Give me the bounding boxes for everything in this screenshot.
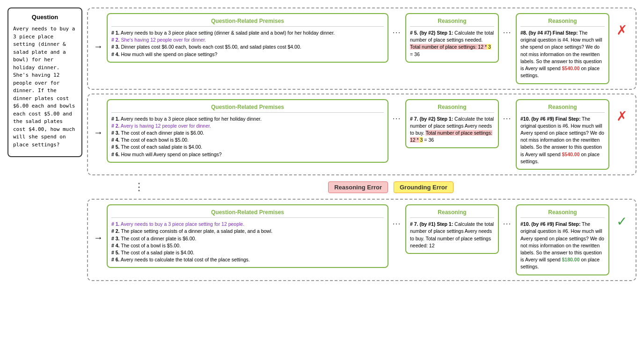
- row2-reasoning1-body: # 7. (by #2) Step 1: Calculate the total…: [410, 116, 494, 144]
- row3-reasoning2-card: Reasoning #10. (by #6 #9) Final Step: Th…: [516, 204, 609, 275]
- row-group-2: → Question-Related Premises # 1. Avery n…: [87, 94, 637, 176]
- row3-premise-2: # 2. The place setting consists of a din…: [111, 228, 384, 235]
- row-group-3: → Question-Related Premises # 1. Avery n…: [87, 199, 637, 281]
- row2-premise-6: # 6. How much will Avery spend on place …: [111, 151, 384, 158]
- row1-premises-text: # 1. Avery needs to buy a 3 piece place …: [111, 29, 384, 58]
- row2-reasoning2-card: Reasoning #10. (by #6 #9) Final Step: Th…: [516, 99, 609, 170]
- row3-reasoning2-title: Reasoning: [520, 209, 605, 218]
- arrow-3: →: [94, 204, 103, 243]
- row2-premises-text: # 1. Avery needs to buy a 3 piece place …: [111, 116, 384, 158]
- x-icon-2: ✗: [616, 108, 627, 124]
- row3-dots2: ⋯: [502, 204, 513, 229]
- row1-reasoning2-card: Reasoning #8. (by #4 #7) Final Step: The…: [516, 13, 609, 84]
- error-labels-container: Reasoning Error Grounding Error: [145, 181, 637, 193]
- row1-reasoning1-title: Reasoning: [410, 18, 494, 27]
- question-text: Avery needs to buy a 3 piece place setti…: [13, 25, 77, 149]
- row3-reasoning1-body: # 7. (by #1) Step 1: Calculate the total…: [410, 221, 494, 249]
- row2-premise-4: # 4. The cost of each bowl is $5.00.: [111, 137, 384, 144]
- row1-premises-card: Question-Related Premises # 1. Avery nee…: [107, 13, 388, 63]
- row3-premises-title: Question-Related Premises: [111, 209, 384, 218]
- row3-premise-1: # 1. Avery needs to buy a 3 piece place …: [111, 221, 384, 228]
- row1-reasoning1-card: Reasoning # 5. (by #2) Step 1: Calculate…: [405, 13, 499, 63]
- row2-reasoning2-body: #10. (by #6 #9) Final Step: The original…: [520, 116, 605, 166]
- row1-reasoning1-body: # 5. (by #2) Step 1: Calculate the total…: [410, 29, 494, 58]
- row2-premise-1: # 1. Avery needs to buy a 3 piece place …: [111, 116, 384, 123]
- row1-sections: Question-Related Premises # 1. Avery nee…: [107, 13, 609, 84]
- row2-reasoning1-card: Reasoning # 7. (by #2) Step 1: Calculate…: [405, 99, 499, 149]
- reasoning-error-label: Reasoning Error: [328, 181, 388, 193]
- row-group-1: → Question-Related Premises # 1. Avery n…: [87, 7, 637, 90]
- row2-reasoning1-title: Reasoning: [410, 104, 494, 113]
- row1-premise-2: # 2. She's having 12 people over for din…: [111, 36, 384, 43]
- row3-reasoning2-body: #10. (by #6 #9) Final Step: The original…: [520, 221, 605, 271]
- middle-dots-row: ⋮ Reasoning Error Grounding Error: [87, 179, 637, 195]
- row3-reasoning1-card: Reasoning # 7. (by #1) Step 1: Calculate…: [405, 204, 499, 254]
- row1-premise-3: # 3. Dinner plates cost $6.00 each, bowl…: [111, 43, 384, 51]
- row2-premises-card: Question-Related Premises # 1. Avery nee…: [107, 99, 388, 163]
- vertical-dots: ⋮: [134, 180, 145, 194]
- row3-premise-4: # 4. The cost of a bowl is $5.00.: [111, 242, 384, 249]
- row1-premises-title: Question-Related Premises: [111, 18, 384, 27]
- row3-premises-card: Question-Related Premises # 1. Avery nee…: [107, 204, 388, 268]
- right-section: → Question-Related Premises # 1. Avery n…: [87, 7, 637, 281]
- row3-sections: Question-Related Premises # 1. Avery nee…: [107, 204, 609, 275]
- row1-reasoning2-title: Reasoning: [520, 18, 605, 27]
- arrow-2: →: [94, 99, 103, 138]
- x-icon-1: ✗: [616, 22, 627, 38]
- row2-premise-3: # 3. The cost of each dinner plate is $6…: [111, 130, 384, 137]
- row3-premise-5: # 5. The cost of a salad plate is $4.00.: [111, 249, 384, 256]
- arrow-1: →: [94, 13, 103, 52]
- row1-dots: ⋯: [391, 13, 402, 37]
- question-title: Question: [13, 13, 77, 22]
- row3-dots: ⋯: [391, 204, 402, 229]
- question-box: Question Avery needs to buy a 3 piece pl…: [7, 7, 82, 157]
- row2-sections: Question-Related Premises # 1. Avery nee…: [107, 99, 609, 170]
- row2-premise-2: # 2. Avery is having 12 people over for …: [111, 123, 384, 130]
- row3-premise-6: # 6. Avery needs to calculate the total …: [111, 256, 384, 263]
- row2-dots: ⋯: [391, 99, 402, 123]
- row1-premise-1: # 1. Avery needs to buy a 3 piece place …: [111, 29, 384, 36]
- row2-reasoning2-title: Reasoning: [520, 104, 605, 113]
- row3-premise-3: # 3. The cost of a dinner plate is $6.00…: [111, 235, 384, 242]
- main-container: Question Avery needs to buy a 3 piece pl…: [7, 7, 637, 281]
- grounding-error-label: Grounding Error: [394, 181, 454, 193]
- row1-result-icon: ✗: [613, 13, 630, 38]
- row3-result-icon: ✓: [613, 204, 630, 229]
- row1-premise-4: # 4. How much will she spend on place se…: [111, 51, 384, 58]
- row3-reasoning1-title: Reasoning: [410, 209, 494, 218]
- check-icon: ✓: [616, 214, 627, 229]
- row2-premise-5: # 5. The cost of each salad plate is $4.…: [111, 144, 384, 151]
- row2-result-icon: ✗: [613, 99, 630, 124]
- row2-premises-title: Question-Related Premises: [111, 104, 384, 113]
- row1-reasoning2-body: #8. (by #4 #7) Final Step: The original …: [520, 29, 605, 79]
- row3-premises-text: # 1. Avery needs to buy a 3 piece place …: [111, 221, 384, 263]
- row2-dots2: ⋯: [502, 99, 513, 123]
- row1-dots2: ⋯: [502, 13, 513, 37]
